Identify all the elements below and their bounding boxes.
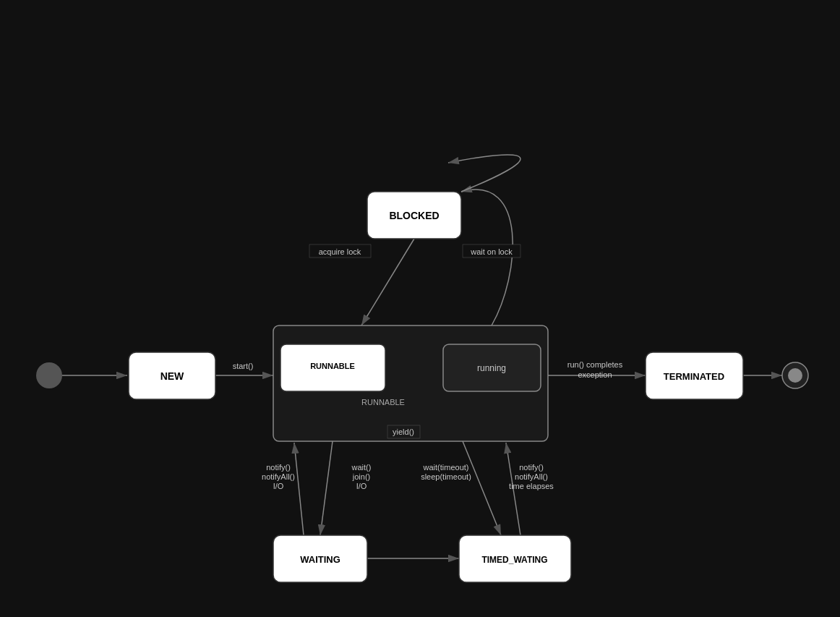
label-wait-on-lock: wait on lock: [470, 247, 513, 256]
thread-state-diagram: NEW BLOCKED RUNNABLE RUNNABLE running WA…: [0, 0, 840, 617]
label-notify-waiting-2: notifyAll(): [262, 472, 295, 481]
state-label-waiting: WAITING: [300, 554, 340, 565]
label-sleep-timeout: sleep(timeout): [421, 472, 471, 481]
label-notify-waiting-3: I/O: [273, 482, 284, 490]
label-wait-timeout-1: wait(timeout): [423, 463, 469, 472]
label-wait-waiting-3: I/O: [356, 482, 367, 490]
label-run-completes-2: exception: [578, 370, 612, 379]
final-state-inner: [788, 368, 802, 383]
label-run-completes-1: run() completes: [567, 360, 623, 369]
label-notify-timed-1: notify(): [519, 463, 544, 472]
state-label-timed-waiting: TIMED_WATING: [481, 555, 547, 565]
state-label-blocked: BLOCKED: [389, 210, 439, 221]
state-label-runnable-inner: RUNNABLE: [310, 362, 355, 370]
label-wait-waiting-1: wait(): [351, 463, 372, 472]
label-notify-waiting-1: notify(): [266, 463, 291, 472]
state-label-terminated: TERMINATED: [664, 371, 724, 382]
svg-rect-2: [0, 0, 840, 617]
state-label-runnable-outer-text: RUNNABLE: [361, 398, 405, 407]
label-notify-timed-3: time elapses: [509, 482, 554, 490]
state-label-running: running: [477, 363, 506, 373]
label-notify-timed-2: notifyAll(): [515, 472, 548, 481]
label-yield: yield(): [393, 427, 414, 436]
label-start: start(): [233, 362, 254, 370]
initial-state-dot: [36, 362, 62, 388]
label-wait-waiting-2: join(): [352, 472, 370, 481]
label-acquire-lock: acquire lock: [319, 247, 361, 256]
state-label-new: NEW: [160, 370, 184, 382]
